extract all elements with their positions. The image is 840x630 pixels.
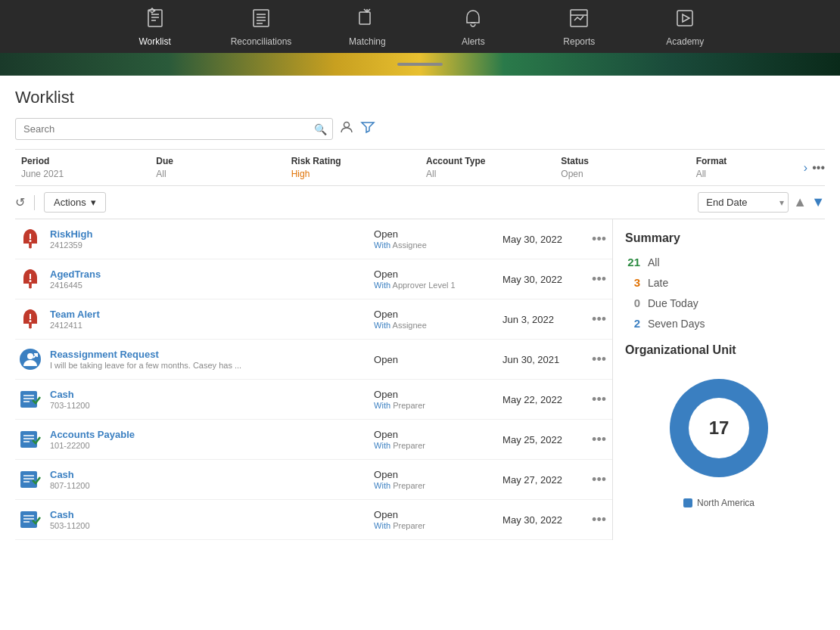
list-item[interactable]: Accounts Payable 101-22200 Open With Pre… — [15, 420, 612, 460]
item-status: Open — [374, 354, 495, 365]
item-date: May 25, 2022 — [502, 434, 578, 445]
svg-marker-15 — [683, 14, 689, 22]
banner-handle[interactable] — [397, 63, 443, 66]
nav-reconciliations[interactable]: Reconciliations — [231, 8, 292, 47]
summary-row-late[interactable]: 3 Late — [625, 276, 813, 289]
content-layout: RiskHigh 2412359 Open With Assignee May … — [15, 219, 825, 540]
summary-label-due-today: Due Today — [648, 297, 698, 309]
item-date: Jun 30, 2021 — [502, 354, 578, 365]
alerts-icon — [462, 8, 484, 32]
search-input[interactable] — [15, 118, 333, 140]
list-item[interactable]: AgedTrans 2416445 Open With Approver Lev… — [15, 259, 612, 299]
item-name: Cash — [50, 469, 366, 480]
item-name: Team Alert — [50, 309, 366, 320]
svg-point-30 — [27, 353, 33, 359]
legend-label: North America — [697, 498, 754, 508]
nav-matching[interactable]: Matching — [337, 8, 397, 47]
item-name: RiskHigh — [50, 228, 366, 240]
svg-point-20 — [30, 240, 32, 242]
svg-rect-39 — [20, 471, 37, 488]
item-id: 2412411 — [50, 321, 366, 330]
item-status: Open With Approver Level 1 — [374, 268, 495, 290]
refresh-button[interactable]: ↺ — [15, 195, 25, 209]
summary-label-seven-days: Seven Days — [648, 318, 705, 330]
list-item[interactable]: RiskHigh 2412359 Open With Assignee May … — [15, 219, 612, 259]
filter-account-type[interactable]: Account Type All — [420, 153, 555, 182]
sort-descending-button[interactable]: ▼ — [811, 194, 825, 210]
nav-worklist-label: Worklist — [138, 36, 170, 47]
item-date: May 30, 2022 — [502, 514, 578, 526]
filter-icon[interactable] — [360, 119, 375, 138]
item-name: Cash — [50, 389, 366, 400]
nav-academy[interactable]: Academy — [655, 8, 715, 47]
actions-right: End Date Start Date Name Risk Rating ▾ ▲… — [698, 192, 825, 213]
item-more-button[interactable]: ••• — [586, 231, 612, 247]
item-details: Cash 503-11200 — [50, 509, 366, 530]
filter-due[interactable]: Due All — [150, 153, 285, 182]
donut-chart: 17 — [658, 368, 779, 489]
summary-label-late: Late — [648, 277, 668, 289]
nav-worklist[interactable]: Worklist — [125, 8, 185, 47]
nav-reports[interactable]: Reports — [549, 8, 609, 47]
item-date: May 27, 2022 — [502, 474, 578, 486]
item-id: 101-22200 — [50, 441, 366, 450]
svg-rect-0 — [148, 10, 162, 26]
svg-point-26 — [29, 326, 32, 329]
summary-count-seven-days: 2 — [625, 317, 640, 330]
item-more-button[interactable]: ••• — [586, 472, 612, 488]
filter-due-label: Due — [156, 156, 278, 166]
item-details: Team Alert 2412411 — [50, 309, 366, 330]
list-item[interactable]: Cash 503-11200 Open With Preparer May 30… — [15, 500, 612, 540]
list-item[interactable]: Cash 703-11200 Open With Preparer May 22… — [15, 380, 612, 420]
org-unit-title: Organizational Unit — [625, 343, 813, 357]
filter-expand-icon[interactable]: › — [804, 161, 807, 175]
item-more-button[interactable]: ••• — [586, 512, 612, 528]
donut-value: 17 — [709, 417, 730, 439]
item-more-button[interactable]: ••• — [586, 432, 612, 448]
nav-alerts[interactable]: Alerts — [443, 8, 503, 47]
worklist-scroll: RiskHigh 2412359 Open With Assignee May … — [15, 219, 612, 540]
divider — [34, 195, 35, 210]
item-details: RiskHigh 2412359 — [50, 228, 366, 250]
summary-row-due-today[interactable]: 0 Due Today — [625, 296, 813, 309]
svg-point-18 — [29, 246, 32, 249]
filter-status-value: Open — [561, 169, 583, 179]
item-id: 503-11200 — [50, 521, 366, 530]
item-more-button[interactable]: ••• — [586, 272, 612, 287]
list-item[interactable]: Reassignment Request I will be taking le… — [15, 340, 612, 380]
sort-select[interactable]: End Date Start Date Name Risk Rating — [698, 192, 789, 213]
summary-row-seven-days[interactable]: 2 Seven Days — [625, 317, 813, 330]
filter-period-label: Period — [21, 156, 144, 166]
sort-select-wrap: End Date Start Date Name Risk Rating ▾ — [698, 192, 789, 213]
nav-alerts-label: Alerts — [462, 36, 485, 47]
summary-row-all[interactable]: 21 All — [625, 256, 813, 268]
sort-ascending-button[interactable]: ▲ — [793, 194, 807, 210]
reconciliations-icon — [250, 8, 272, 32]
academy-icon — [674, 8, 695, 32]
user-filter-icon[interactable] — [339, 119, 354, 138]
actions-dropdown-icon: ▾ — [91, 197, 96, 208]
item-date: May 30, 2022 — [502, 234, 578, 245]
reassignment-icon — [18, 347, 42, 371]
worklist-icon — [145, 8, 166, 32]
actions-button[interactable]: Actions ▾ — [44, 192, 106, 213]
account-icon — [18, 427, 42, 452]
filter-status[interactable]: Status Open — [555, 153, 689, 182]
item-name: Accounts Payable — [50, 429, 366, 440]
item-more-button[interactable]: ••• — [586, 392, 612, 408]
filter-risk-value: High — [291, 169, 310, 179]
list-item[interactable]: Cash 807-11200 Open With Preparer May 27… — [15, 460, 612, 500]
item-more-button[interactable]: ••• — [586, 312, 612, 327]
worklist-panel: RiskHigh 2412359 Open With Assignee May … — [15, 219, 613, 540]
filter-risk[interactable]: Risk Rating High — [285, 153, 420, 182]
filter-ellipsis-icon[interactable]: ••• — [812, 161, 825, 175]
account-icon — [18, 387, 42, 411]
filter-period[interactable]: Period June 2021 — [15, 153, 150, 182]
item-more-button[interactable]: ••• — [586, 352, 612, 368]
summary-title: Summary — [625, 231, 813, 245]
item-details: AgedTrans 2416445 — [50, 268, 366, 290]
list-item[interactable]: Team Alert 2412411 Open With Assignee Ju… — [15, 299, 612, 340]
filter-status-label: Status — [561, 156, 683, 166]
item-status: Open With Preparer — [374, 469, 495, 490]
donut-chart-wrap: 17 North America — [625, 368, 813, 508]
